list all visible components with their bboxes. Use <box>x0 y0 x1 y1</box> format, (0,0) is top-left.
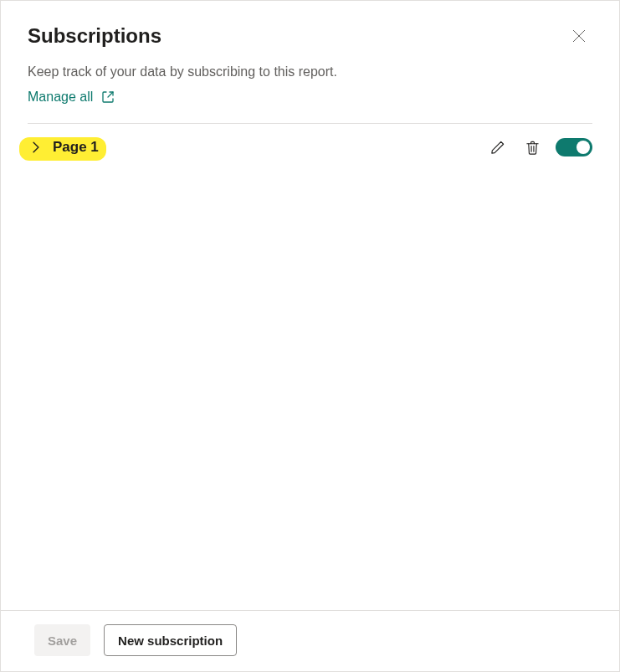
delete-button[interactable] <box>520 136 544 159</box>
header-row: Subscriptions <box>28 23 592 49</box>
subscription-name: Page 1 <box>53 139 99 156</box>
expand-toggle[interactable] <box>28 139 44 156</box>
chevron-right-icon <box>30 141 42 153</box>
panel-main: Subscriptions Keep track of your data by… <box>1 1 619 610</box>
subscription-item-left: Page 1 <box>28 139 99 156</box>
panel-subtitle: Keep track of your data by subscribing t… <box>28 64 592 80</box>
panel-footer: Save New subscription <box>1 610 619 671</box>
close-icon <box>572 29 586 43</box>
subscription-item: Page 1 <box>28 124 592 159</box>
subscription-item-actions <box>485 136 592 159</box>
external-link-icon <box>101 90 115 104</box>
close-button[interactable] <box>566 23 592 49</box>
subscriptions-panel: Subscriptions Keep track of your data by… <box>0 0 620 672</box>
manage-all-link[interactable]: Manage all <box>28 90 115 105</box>
pencil-icon <box>489 140 505 156</box>
panel-title: Subscriptions <box>28 24 161 48</box>
save-button: Save <box>34 624 90 656</box>
manage-all-label: Manage all <box>28 90 93 105</box>
toggle-knob <box>576 141 590 154</box>
trash-icon <box>525 140 541 156</box>
new-subscription-button[interactable]: New subscription <box>104 624 237 656</box>
enable-toggle[interactable] <box>556 138 592 156</box>
edit-button[interactable] <box>485 136 509 159</box>
